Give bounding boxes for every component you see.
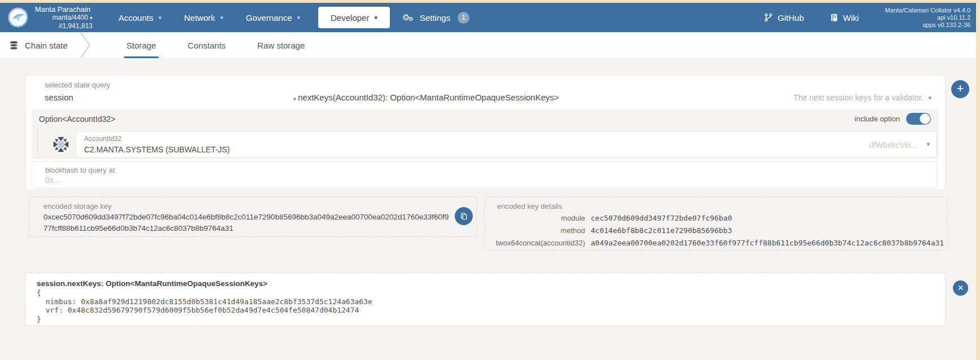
manta-logo[interactable] — [8, 7, 28, 28]
query-result-panel: session.nextKeys: Option<MantaRuntimeOpa… — [25, 273, 946, 326]
settings-badge: 1 — [458, 12, 469, 24]
book-icon — [830, 13, 838, 22]
key-detail-name: method — [485, 226, 585, 235]
node-version: Manta/Calamari Collator v4.4.0 — [885, 7, 970, 14]
option-head: Option<AccountId32> include option — [39, 113, 931, 125]
page-tab-bar: Chain state Storage Constants Raw storag… — [0, 32, 976, 58]
top-nav-bar: Manta Parachain manta/4400 #1,941,813 Ac… — [0, 3, 976, 32]
key-detail-name: twox64concat(accountid32) — [485, 239, 585, 247]
method-select[interactable]: nextKeys(AccountId32): Option<MantaRunti… — [298, 93, 559, 102]
include-option-label: include option — [855, 115, 900, 123]
manta-logo-icon — [8, 7, 28, 28]
encoded-storage-key-value: 0xcec5070d609dd3497f72bde07fc96ba04c014e… — [43, 212, 451, 234]
toggle-knob — [920, 113, 930, 124]
nav-item-developer[interactable]: Developer — [318, 7, 390, 28]
chevron-down-icon — [297, 14, 301, 21]
settings-gears-icon — [402, 12, 415, 23]
chevron-down-icon — [374, 14, 377, 21]
blockhash-input[interactable] — [45, 175, 926, 185]
tab-raw-storage[interactable]: Raw storage — [241, 32, 320, 58]
git-branch-icon — [764, 13, 773, 22]
key-detail-row: twox64concat(accountid32) a049a2eea00700… — [485, 239, 941, 247]
chevron-down-icon — [220, 14, 223, 21]
param-type-label: AccountId32 — [84, 135, 122, 143]
main-nav: Accounts Network Governance Developer — [107, 3, 397, 32]
option-type-label: Option<AccountId32> — [39, 115, 115, 124]
version-info: Manta/Calamari Collator v4.4.0 api v10.1… — [885, 7, 970, 29]
settings-label: Settings — [420, 13, 450, 23]
key-detail-value: a049a2eea00700ea0202d1760e33f60f977fcff8… — [591, 239, 944, 247]
account-param-row: AccountId32 C2.MANTA.SYSTEMS (SUBWALLET-… — [50, 131, 937, 157]
github-link[interactable]: GitHub — [764, 13, 804, 23]
key-detail-value: cec5070d609dd3497f72bde07fc96ba0 — [591, 214, 732, 222]
tab-constants[interactable]: Constants — [172, 32, 242, 58]
method-doc-dropdown[interactable]: The next session keys for a validator. — [793, 93, 931, 102]
account-address-short: dfWbekcVei... — [869, 141, 917, 150]
result-line: { — [37, 288, 934, 297]
breadcrumb-chevron-icon — [79, 32, 91, 58]
include-option-toggle[interactable] — [906, 113, 931, 125]
nav-item-accounts[interactable]: Accounts — [107, 3, 173, 32]
option-param-section: Option<AccountId32> include option — [32, 109, 939, 159]
result-body: { nimbus: 0x8a8af929d1219802dc8155d0b538… — [37, 288, 934, 323]
copy-button[interactable] — [455, 207, 473, 225]
section-title: Chain state — [0, 41, 78, 50]
app-window: Manta Parachain manta/4400 #1,941,813 Ac… — [0, 0, 980, 360]
account-select[interactable]: AccountId32 C2.MANTA.SYSTEMS (SUBWALLET-… — [76, 131, 937, 157]
add-query-button[interactable] — [951, 80, 969, 98]
encoded-key-details-label: encoded key details — [497, 202, 562, 210]
block-number: #1,941,813 — [35, 22, 93, 30]
chevron-down-icon — [159, 14, 162, 21]
encoded-key-details-panel: encoded key details module cec5070d609dd… — [484, 196, 948, 251]
pallet-selected-value: session — [45, 93, 296, 102]
right-edge-strip — [976, 0, 980, 360]
chevron-down-icon — [928, 94, 931, 102]
chain-name: Manta Parachain — [35, 6, 93, 14]
result-line: vrf: 0x48c832d59679790f579d6009f5bb56ef0… — [37, 306, 934, 315]
account-identicon — [50, 134, 72, 155]
result-line: nimbus: 0x8a8af929d1219802dc8155d0b5381c… — [37, 297, 934, 306]
key-details-rows: module cec5070d609dd3497f72bde07fc96ba0 … — [485, 214, 941, 251]
result-line: } — [37, 315, 934, 324]
settings-menu[interactable]: Settings 1 — [402, 12, 469, 24]
blockhash-field: blockhash to query at — [32, 161, 938, 188]
encoded-storage-key-label: encoded storage key — [43, 202, 112, 210]
key-detail-value: 4c014e6bf8b8c2c011e7290b85696bb3 — [591, 226, 732, 235]
include-option-control: include option — [855, 113, 931, 125]
pallet-select[interactable]: selected state query session — [45, 81, 296, 102]
wiki-link[interactable]: Wiki — [830, 13, 859, 23]
tabs: Storage Constants Raw storage — [111, 32, 320, 58]
top-edge-strip — [0, 0, 980, 3]
chevron-down-icon — [293, 95, 296, 103]
result-title: session.nextKeys: Option<MantaRuntimeOpa… — [37, 279, 934, 288]
endpoint-selector[interactable]: manta/4400 — [35, 14, 93, 22]
chain-selector[interactable]: Manta Parachain manta/4400 #1,941,813 — [35, 6, 93, 30]
encoded-storage-key-panel: encoded storage key 0xcec5070d609dd3497f… — [28, 196, 477, 237]
section-title-label: Chain state — [25, 41, 68, 50]
blockhash-label: blockhash to query at — [45, 166, 115, 174]
chevron-down-icon — [90, 15, 93, 21]
nav-item-governance[interactable]: Governance — [235, 3, 311, 32]
query-label: selected state query — [45, 81, 296, 89]
key-detail-row: module cec5070d609dd3497f72bde07fc96ba0 — [485, 214, 941, 222]
close-result-button[interactable] — [953, 280, 968, 296]
apps-version: apps v0.133.2-36 — [885, 21, 970, 29]
key-detail-name: module — [485, 214, 585, 222]
method-doc-text: The next session keys for a validator. — [793, 93, 923, 102]
key-detail-row: method 4c014e6bf8b8c2c011e7290b85696bb3 — [485, 226, 941, 235]
account-name: C2.MANTA.SYSTEMS (SUBWALLET-JS) — [84, 145, 230, 154]
state-query-card: selected state query session nextKeys(Ac… — [25, 75, 946, 190]
api-version: api v10.11.2 — [885, 14, 970, 21]
tab-storage[interactable]: Storage — [111, 32, 172, 58]
chevron-down-icon — [926, 141, 930, 148]
database-icon — [9, 41, 19, 50]
nav-item-network[interactable]: Network — [173, 3, 235, 32]
copy-icon — [460, 212, 468, 221]
main-content: selected state query session nextKeys(Ac… — [0, 58, 976, 360]
